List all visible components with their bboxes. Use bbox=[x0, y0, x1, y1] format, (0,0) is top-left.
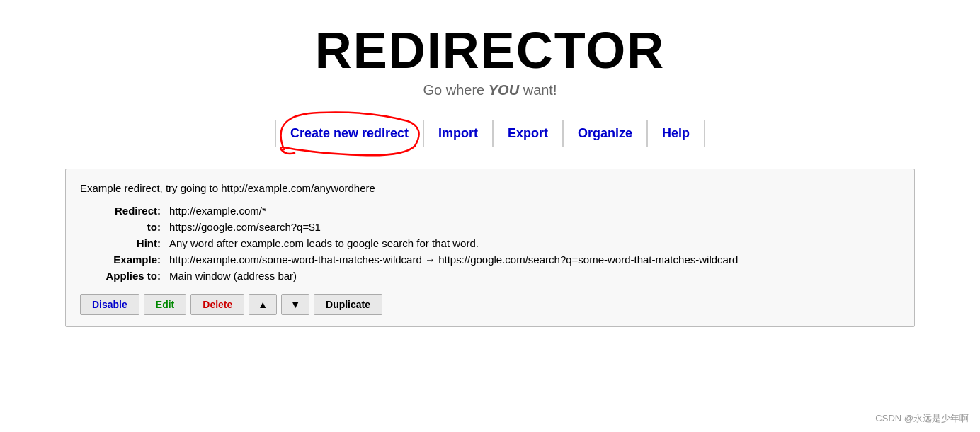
import-button[interactable]: Import bbox=[423, 120, 493, 147]
field-label-redirect: Redirect: bbox=[80, 203, 165, 219]
field-label-to: to: bbox=[80, 219, 165, 235]
watermark: CSDN @永远是少年啊 bbox=[875, 412, 969, 425]
field-value-to: https://google.com/search?q=$1 bbox=[165, 219, 900, 235]
move-down-button[interactable]: ▼ bbox=[281, 294, 309, 315]
duplicate-button[interactable]: Duplicate bbox=[314, 294, 382, 315]
card-details-table: Redirect: http://example.com/* to: https… bbox=[80, 203, 900, 284]
table-row: to: https://google.com/search?q=$1 bbox=[80, 219, 900, 235]
export-button[interactable]: Export bbox=[493, 120, 563, 147]
field-label-hint: Hint: bbox=[80, 235, 165, 251]
subtitle-suffix: want! bbox=[519, 82, 557, 98]
field-value-redirect: http://example.com/* bbox=[165, 203, 900, 219]
card-intro: Example redirect, try going to http://ex… bbox=[80, 182, 900, 194]
subtitle-emphasis: YOU bbox=[489, 82, 519, 98]
table-row: Redirect: http://example.com/* bbox=[80, 203, 900, 219]
field-value-example: http://example.com/some-word-that-matche… bbox=[165, 251, 900, 268]
create-redirect-button[interactable]: Create new redirect bbox=[275, 120, 423, 147]
edit-button[interactable]: Edit bbox=[144, 294, 186, 315]
app-title: REDIRECTOR bbox=[315, 21, 666, 79]
table-row: Applies to: Main window (address bar) bbox=[80, 268, 900, 284]
disable-button[interactable]: Disable bbox=[80, 294, 139, 315]
table-row: Hint: Any word after example.com leads t… bbox=[80, 235, 900, 251]
card-actions: Disable Edit Delete ▲ ▼ Duplicate bbox=[80, 294, 900, 315]
redirect-card: Example redirect, try going to http://ex… bbox=[65, 169, 915, 327]
move-up-button[interactable]: ▲ bbox=[249, 294, 277, 315]
field-value-hint: Any word after example.com leads to goog… bbox=[165, 235, 900, 251]
field-value-applies: Main window (address bar) bbox=[165, 268, 900, 284]
toolbar: Create new redirect Import Export Organi… bbox=[275, 120, 705, 147]
field-label-applies: Applies to: bbox=[80, 268, 165, 284]
subtitle-prefix: Go where bbox=[423, 82, 489, 98]
help-button[interactable]: Help bbox=[647, 120, 705, 147]
table-row: Example: http://example.com/some-word-th… bbox=[80, 251, 900, 268]
delete-button[interactable]: Delete bbox=[190, 294, 244, 315]
app-subtitle: Go where YOU want! bbox=[423, 82, 557, 98]
organize-button[interactable]: Organize bbox=[563, 120, 647, 147]
field-label-example: Example: bbox=[80, 251, 165, 268]
